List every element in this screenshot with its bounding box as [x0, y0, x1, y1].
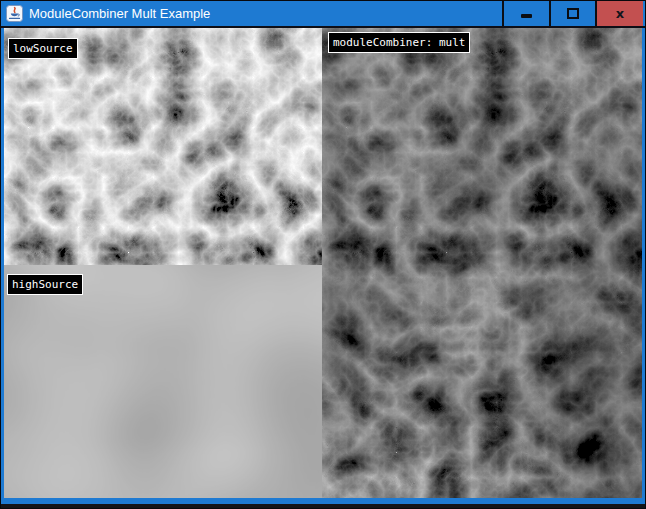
panel-lowsource: lowSource [4, 28, 322, 265]
modulecombiner-noise-image [322, 28, 642, 498]
panel-highsource: highSource [4, 265, 322, 498]
lowsource-noise-image [4, 28, 322, 265]
maximize-icon [567, 8, 579, 19]
minimize-icon [521, 14, 532, 18]
titlebar[interactable]: ModuleCombiner Mult Example x [1, 1, 645, 28]
window-bottom-edge [1, 504, 645, 508]
window-controls: x [502, 1, 643, 26]
window-title: ModuleCombiner Mult Example [29, 1, 210, 26]
close-button[interactable]: x [597, 1, 643, 26]
maximize-button[interactable] [551, 1, 595, 26]
minimize-button[interactable] [504, 1, 549, 26]
application-window: ModuleCombiner Mult Example x [0, 0, 646, 509]
panel-label-highsource: highSource [7, 274, 83, 295]
close-icon: x [616, 7, 624, 20]
panel-label-modulecombiner-mult: moduleCombiner: mult [328, 32, 470, 53]
panel-modulecombiner-mult: moduleCombiner: mult [322, 28, 642, 498]
content-area: lowSource [4, 28, 642, 498]
java-coffee-cup-icon[interactable] [6, 5, 23, 22]
panel-label-lowsource: lowSource [8, 38, 78, 59]
highsource-noise-image [4, 265, 322, 498]
